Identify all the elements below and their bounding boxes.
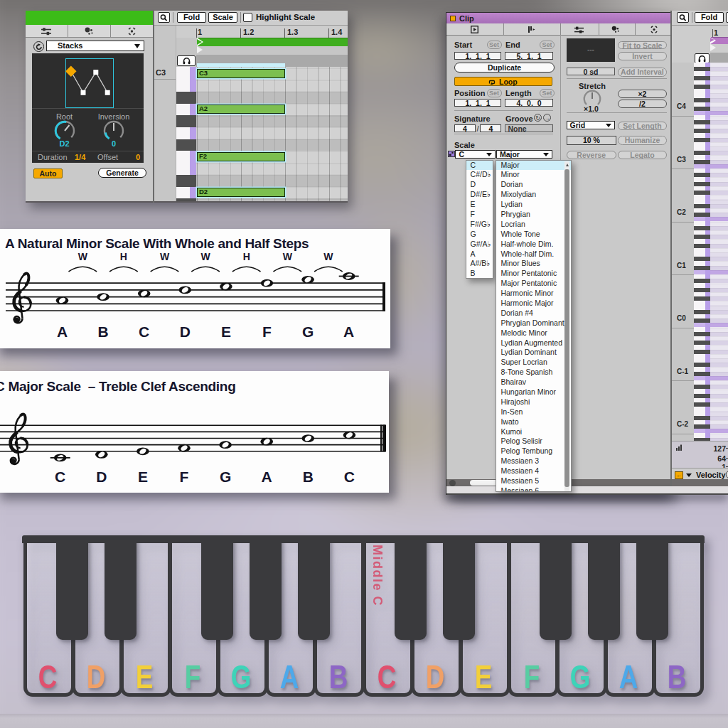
svg-text:E: E (221, 323, 231, 340)
svg-text:F: F (262, 323, 272, 340)
svg-text:D: D (96, 469, 107, 485)
svg-text:F: F (180, 469, 189, 485)
svg-text:H: H (120, 251, 127, 262)
svg-text:A: A (343, 323, 354, 340)
svg-text:D: D (180, 323, 191, 340)
svg-text:A: A (262, 469, 272, 485)
svg-text:W: W (160, 251, 170, 262)
svg-text:C: C (55, 469, 65, 485)
svg-text:W: W (200, 251, 210, 262)
svg-text:B: B (303, 469, 314, 485)
svg-text:A: A (57, 323, 68, 340)
svg-text:E: E (138, 469, 148, 485)
svg-text:W: W (78, 251, 88, 262)
svg-text:W: W (323, 251, 333, 262)
svg-text:C: C (344, 469, 355, 485)
svg-text:H: H (243, 251, 250, 262)
svg-text:B: B (98, 323, 109, 340)
svg-text:G: G (220, 469, 231, 485)
svg-text:W: W (283, 251, 293, 262)
svg-text:G: G (302, 323, 314, 340)
svg-text:C: C (139, 323, 149, 340)
